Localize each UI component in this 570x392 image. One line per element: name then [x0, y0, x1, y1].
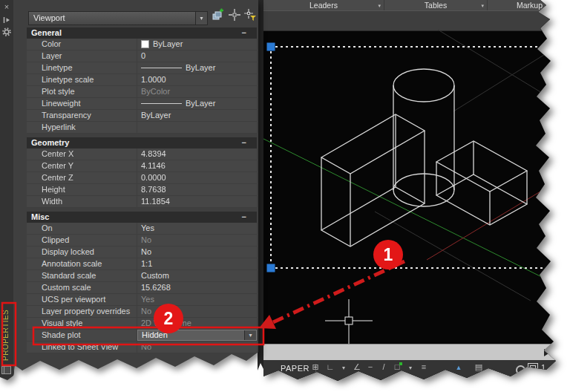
section-header-geometry[interactable]: Geometry − [27, 137, 257, 148]
palette-settings-icon[interactable] [1, 364, 11, 377]
viewport-selection-border[interactable] [271, 47, 570, 268]
property-row-linetype[interactable]: Linetype ByLayer [27, 62, 257, 74]
property-label: Visual style [27, 318, 137, 329]
lineweight-preview [141, 103, 182, 104]
property-value: ByLayer [137, 62, 257, 74]
property-row-width[interactable]: Width 11.1854 [27, 196, 257, 208]
property-value: ByLayer [137, 110, 257, 121]
property-row-layer[interactable]: Layer 0 [27, 50, 257, 62]
viewport-number: 1 [541, 363, 546, 372]
panel-flyout-arrow-icon[interactable]: ▾ [378, 1, 381, 11]
property-value: 2D Wireframe [137, 318, 257, 329]
collapse-icon[interactable]: − [242, 212, 246, 223]
shade-plot-dropdown[interactable]: Hidden ▾ [137, 330, 257, 341]
property-label: Color [27, 39, 137, 50]
section-header-misc[interactable]: Misc − [27, 212, 257, 223]
property-row-hyperlink[interactable]: Hyperlink [27, 122, 257, 134]
property-row-clipped[interactable]: Clipped No [27, 235, 257, 246]
section-header-general[interactable]: General − [27, 27, 257, 39]
osnap-active-dot [399, 362, 402, 365]
property-label: On [27, 223, 137, 234]
property-value: ByLayer [137, 98, 257, 109]
property-value: Custom [137, 270, 257, 281]
isodraft-icon[interactable]: − [364, 362, 376, 371]
value-text: ByLayer [186, 98, 215, 109]
ribbon-panel-markup[interactable]: Markup [488, 0, 570, 10]
property-value: 11.1854 [137, 196, 257, 207]
section-title: Geometry [31, 138, 69, 147]
value-text: ByLayer [153, 39, 183, 50]
property-row-center-z[interactable]: Center Z 0.0000 [27, 172, 257, 184]
palette-tab-properties[interactable]: PROPERTIES [1, 306, 13, 364]
quick-select-icon[interactable] [243, 8, 258, 23]
properties-palette: × PROPERTIES Viewport ▾ [0, 0, 258, 392]
property-row-shade-plot[interactable]: Shade plot Hidden ▾ [27, 330, 257, 342]
close-icon[interactable]: × [2, 3, 11, 12]
horizontal-scrollbar[interactable] [263, 344, 570, 361]
lineweight-icon[interactable]: ≡ [418, 362, 430, 371]
panel-flyout-arrow-icon[interactable]: ▾ [481, 1, 484, 11]
osnap-flyout-icon[interactable]: ▾ [404, 365, 416, 371]
property-row-linetype-scale[interactable]: Linetype scale 1.0000 [27, 74, 257, 86]
panel-title: Leaders [309, 1, 338, 10]
collapse-icon[interactable]: − [242, 137, 246, 148]
toggle-pickadd-icon[interactable] [211, 8, 226, 23]
property-label: Height [27, 184, 137, 195]
auto-hide-icon[interactable] [2, 16, 11, 24]
snap-icon[interactable]: ⊞ [309, 362, 321, 372]
drawing-area[interactable] [263, 30, 570, 344]
property-row-layer-overrides[interactable]: Layer property overrides No [27, 306, 257, 318]
property-value: Yes [137, 223, 257, 234]
property-row-plot-style[interactable]: Plot style ByColor [27, 86, 257, 98]
property-label: Lineweight [27, 98, 137, 109]
linetype-preview [141, 68, 182, 68]
drawing-svg [263, 30, 570, 344]
property-row-linked-sheet-view[interactable]: Linked to Sheet View No [27, 342, 257, 353]
viewport-grip-top-left[interactable] [267, 43, 275, 51]
polar-tracking-icon[interactable]: ∠ [351, 362, 363, 372]
viewport-grip-bottom-left[interactable] [267, 264, 275, 272]
color-swatch [141, 40, 149, 48]
property-row-lineweight[interactable]: Lineweight ByLayer [27, 98, 257, 110]
property-label: Standard scale [27, 270, 137, 281]
select-objects-icon[interactable] [228, 8, 243, 23]
property-label: Center Z [27, 172, 137, 183]
viewport-lock-icon[interactable] [516, 365, 525, 375]
ribbon-panel-leaders[interactable]: Leaders ▾ [263, 0, 384, 10]
property-label: Center X [27, 148, 137, 160]
property-row-annotation-scale[interactable]: Annotation scale 1:1 [27, 258, 257, 270]
scrollbar-right-arrow-icon[interactable] [544, 349, 550, 356]
crosshair-cursor [325, 299, 373, 344]
property-row-ucs-per-viewport[interactable]: UCS per viewport Yes [27, 294, 257, 306]
property-label: Annotation scale [27, 258, 137, 270]
property-row-standard-scale[interactable]: Standard scale Custom [27, 270, 257, 282]
chevron-down-icon[interactable]: ▾ [195, 12, 207, 24]
chevron-down-icon[interactable]: ▾ [244, 330, 256, 340]
annotation-monitor-icon[interactable]: ▤ [473, 362, 485, 372]
wireframe-model [321, 69, 527, 246]
object-type-value: Viewport [33, 12, 65, 24]
ribbon-panel-tables[interactable]: Tables ▾ [384, 0, 488, 10]
maximize-viewport-icon[interactable] [528, 363, 538, 373]
property-row-on[interactable]: On Yes [27, 223, 257, 235]
object-snap-icon[interactable]: □ [391, 362, 403, 371]
property-value: 4.1146 [137, 160, 257, 172]
property-row-visual-style[interactable]: Visual style 2D Wireframe [27, 318, 257, 330]
gear-icon[interactable] [2, 27, 11, 36]
property-row-height[interactable]: Height 8.7638 [27, 184, 257, 196]
property-row-color[interactable]: Color ByLayer [27, 39, 257, 50]
panel-title: Tables [425, 1, 447, 10]
property-row-center-x[interactable]: Center X 4.8394 [27, 148, 257, 160]
ortho-flyout-icon[interactable]: ▾ [338, 365, 350, 371]
property-row-center-y[interactable]: Center Y 4.1146 [27, 160, 257, 172]
property-row-transparency[interactable]: Transparency ByLayer [27, 110, 257, 122]
property-value: No [137, 306, 257, 317]
property-row-display-locked[interactable]: Display locked No [27, 246, 257, 258]
osnap-diagonal-icon[interactable]: / [378, 362, 390, 371]
ortho-icon[interactable]: ∟ [324, 362, 336, 371]
property-row-custom-scale[interactable]: Custom scale 15.6268 [27, 282, 257, 294]
object-track-icon[interactable]: ▲ [453, 364, 465, 371]
property-value: 15.6268 [137, 282, 257, 293]
property-value: 0 [137, 50, 257, 62]
collapse-icon[interactable]: − [242, 27, 246, 39]
